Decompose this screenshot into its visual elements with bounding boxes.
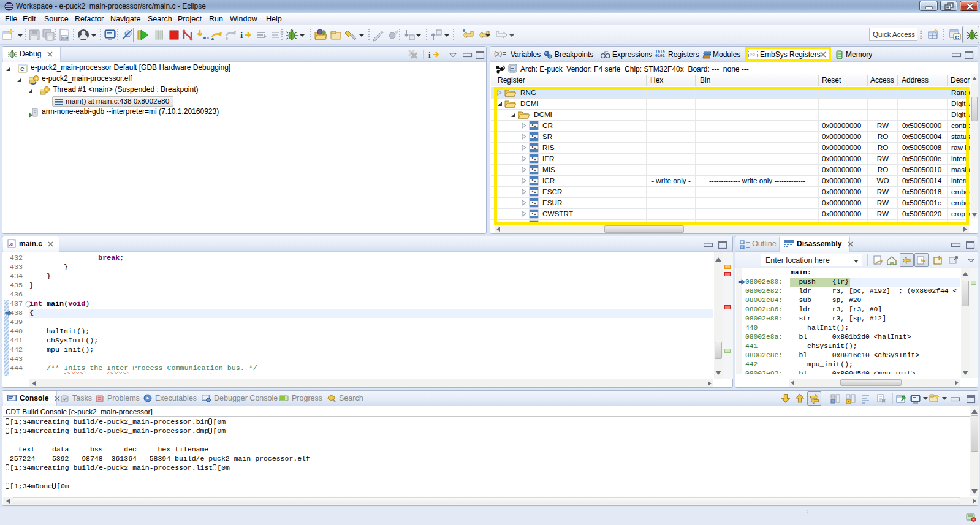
svg-text:C: C [955, 34, 959, 40]
svg-text:.c: .c [9, 241, 13, 247]
svg-text:C: C [20, 66, 25, 72]
svg-text:010: 010 [62, 36, 69, 40]
svg-text:i: i [428, 50, 431, 59]
svg-text:i: i [240, 30, 243, 40]
svg-text:x=: x= [604, 50, 608, 55]
